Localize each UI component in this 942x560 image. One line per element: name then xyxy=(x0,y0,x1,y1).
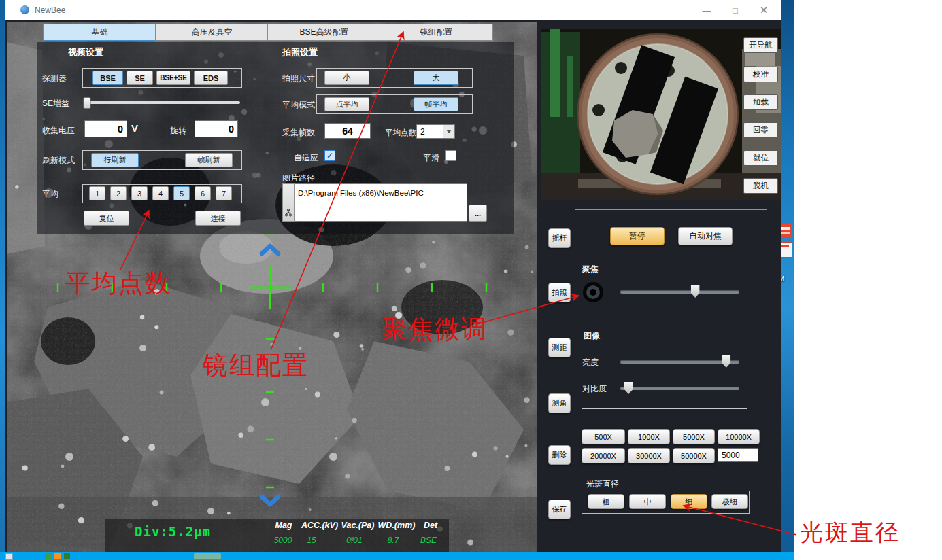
focus-fine-knob[interactable] xyxy=(583,282,603,302)
avg-frame-button[interactable]: 帧平均 xyxy=(414,97,458,111)
tool-save-button[interactable]: 保存 xyxy=(548,500,571,519)
stage-calibrate-button[interactable]: 校准 xyxy=(743,67,778,82)
se-gain-label: SE增益 xyxy=(42,98,69,109)
spot-coarse-button[interactable]: 粗 xyxy=(588,494,624,509)
tool-measure-angle-button[interactable]: 测角 xyxy=(548,393,571,413)
focus-slider[interactable] xyxy=(620,290,739,294)
adaptive-label: 自适应 xyxy=(294,152,318,164)
frames-input[interactable] xyxy=(324,123,371,139)
close-button[interactable]: ✕ xyxy=(755,3,773,18)
tab-hv-vacuum[interactable]: 高压及真空 xyxy=(155,24,269,41)
contrast-label: 对比度 xyxy=(582,383,607,395)
detector-eds-button[interactable]: EDS xyxy=(194,71,228,85)
stage-open-nav-button[interactable]: 开导航 xyxy=(743,37,778,53)
taskbar-icon[interactable] xyxy=(45,553,51,559)
osd-header-acc: ACC.(kV) xyxy=(299,521,341,530)
avg-points-select[interactable]: 2 xyxy=(416,124,455,139)
tab-bse-advanced[interactable]: BSE高级配置 xyxy=(267,24,381,41)
average-6-button[interactable]: 6 xyxy=(195,186,211,200)
spot-medium-button[interactable]: 中 xyxy=(629,494,666,509)
taskbar-icon[interactable] xyxy=(54,553,61,559)
avg-mode-label: 平均模式 xyxy=(282,99,315,111)
browse-button[interactable]: ... xyxy=(469,205,487,222)
voltage-unit: V xyxy=(131,122,138,134)
smooth-checkbox[interactable] xyxy=(445,150,456,161)
tool-measure-distance-button[interactable]: 测距 xyxy=(548,338,571,357)
average-1-button[interactable]: 1 xyxy=(89,186,105,200)
pause-button[interactable]: 暂停 xyxy=(610,227,665,245)
window-title: NewBee xyxy=(35,5,65,15)
mag-input[interactable] xyxy=(718,448,758,462)
taskbar-icon[interactable] xyxy=(5,553,13,560)
taskbar-icon[interactable] xyxy=(194,553,221,559)
stage-offline-button[interactable]: 脱机 xyxy=(743,178,778,194)
detector-bse-se-button[interactable]: BSE+SE xyxy=(156,71,190,85)
desktop-shortcut-icon[interactable]: M xyxy=(779,224,793,285)
tool-joystick-button[interactable]: 摇杆 xyxy=(548,228,571,248)
video-settings-title: 视频设置 xyxy=(68,46,103,58)
average-4-button[interactable]: 4 xyxy=(152,186,169,200)
osd-header-vac: Vac.(Pa) xyxy=(337,521,379,530)
mag-1000x-button[interactable]: 1000X xyxy=(628,429,670,444)
size-large-button[interactable]: 大 xyxy=(414,71,458,85)
adaptive-checkbox[interactable]: ✓ xyxy=(324,150,335,161)
mag-5000x-button[interactable]: 5000X xyxy=(673,429,715,444)
mag-50000x-button[interactable]: 50000X xyxy=(673,448,715,463)
frames-label: 采集帧数 xyxy=(282,127,315,139)
scale-div-text: Div:5.2μm xyxy=(135,524,211,539)
average-3-button[interactable]: 3 xyxy=(131,186,148,200)
refresh-frame-button[interactable]: 帧刷新 xyxy=(185,153,233,167)
minimize-button[interactable]: — xyxy=(698,3,716,18)
separator xyxy=(582,258,747,258)
spot-extra-fine-button[interactable]: 极细 xyxy=(711,494,748,509)
tool-delete-button[interactable]: 删除 xyxy=(548,445,571,465)
photo-settings-title: 拍照设置 xyxy=(282,46,318,58)
mag-10000x-button[interactable]: 10000X xyxy=(718,429,760,444)
spot-fine-button[interactable]: 细 xyxy=(671,494,707,509)
avg-point-button[interactable]: 点平均 xyxy=(324,97,369,111)
mag-30000x-button[interactable]: 30000X xyxy=(628,448,670,463)
se-gain-slider-thumb[interactable] xyxy=(83,97,90,109)
voltage-label: 收集电压 xyxy=(42,125,75,137)
photo-size-label: 拍照尺寸 xyxy=(282,73,315,84)
path-field[interactable]: D:\Program Files (x86)\NewBee\PIC xyxy=(295,183,467,222)
connect-button[interactable]: 连接 xyxy=(195,211,241,226)
taskbar-icon[interactable] xyxy=(64,553,70,559)
tab-lens-config[interactable]: 镜组配置 xyxy=(380,24,493,41)
detector-bse-button[interactable]: BSE xyxy=(92,71,123,85)
annotation-avg-points: 平均点数 xyxy=(65,270,171,296)
voltage-input[interactable] xyxy=(84,120,127,137)
mag-20000x-button[interactable]: 20000X xyxy=(582,448,625,463)
tool-photo-button[interactable]: 拍照 xyxy=(548,283,571,302)
window-titlebar[interactable]: NewBee — □ ✕ xyxy=(5,0,781,21)
average-5-button[interactable]: 5 xyxy=(173,186,190,200)
reset-button[interactable]: 复位 xyxy=(84,211,129,226)
stage-zero-button[interactable]: 回零 xyxy=(743,122,778,138)
brightness-slider[interactable] xyxy=(620,360,739,364)
detector-se-button[interactable]: SE xyxy=(127,71,153,85)
contrast-slider[interactable] xyxy=(620,387,739,390)
size-small-button[interactable]: 小 xyxy=(324,71,369,85)
average-7-button[interactable]: 7 xyxy=(216,186,232,200)
annotation-lens-config: 镜组配置 xyxy=(203,353,309,378)
se-gain-slider[interactable] xyxy=(84,101,240,104)
osd-header-det: Det xyxy=(409,521,452,530)
annotation-focus-fine: 聚焦微调 xyxy=(382,317,488,342)
path-link-button[interactable] xyxy=(282,183,295,222)
maximize-button[interactable]: □ xyxy=(726,3,744,18)
tab-basic[interactable]: 基础 xyxy=(43,24,156,41)
average-2-button[interactable]: 2 xyxy=(110,186,127,200)
osd-value-det: BSE xyxy=(407,536,450,545)
chamber-camera-view xyxy=(541,29,781,200)
avg-points-label: 平均点数 xyxy=(385,128,416,138)
taskbar[interactable] xyxy=(0,552,794,560)
average-label: 平均 xyxy=(42,188,58,200)
autofocus-button[interactable]: 自动对焦 xyxy=(678,227,733,245)
refresh-row-button[interactable]: 行刷新 xyxy=(91,153,139,167)
stage-load-button[interactable]: 加载 xyxy=(743,94,778,110)
chevron-down-icon[interactable] xyxy=(443,125,454,138)
annotation-spot-diameter: 光斑直径 xyxy=(800,521,901,544)
mag-500x-button[interactable]: 500X xyxy=(582,429,625,444)
rotation-input[interactable] xyxy=(195,120,238,137)
stage-in-place-button[interactable]: 就位 xyxy=(743,150,778,166)
